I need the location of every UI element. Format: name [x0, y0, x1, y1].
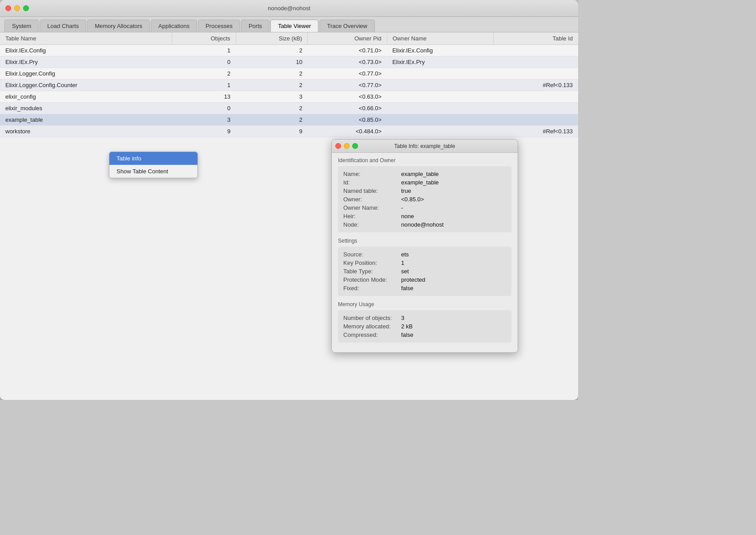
- info-row-value: nonode@nohost: [401, 221, 506, 228]
- main-window: nonode@nohost System Load Charts Memory …: [0, 0, 578, 400]
- info-row-value: true: [401, 188, 506, 194]
- close-button[interactable]: [5, 5, 11, 11]
- info-section-settings: SettingsSource:etsKey Position:1Table Ty…: [338, 238, 511, 296]
- table-row[interactable]: elixir_modules02<0.66.0>: [0, 103, 578, 114]
- table-row[interactable]: Elixir.IEx.Config12<0.71.0>Elixir.IEx.Co…: [0, 45, 578, 56]
- info-section-box-settings: Source:etsKey Position:1Table Type:setPr…: [338, 247, 511, 296]
- tab-table-viewer[interactable]: Table Viewer: [270, 20, 318, 32]
- info-panel-maximize[interactable]: [352, 143, 358, 149]
- table-row[interactable]: workstore99<0.484.0>#Ref<0.133: [0, 126, 578, 137]
- info-row-value: <0.85.0>: [401, 196, 506, 203]
- info-row-label: Source:: [343, 251, 401, 258]
- ets-table: Table Name Objects Size (kB) Owner Pid O…: [0, 32, 578, 137]
- col-header-objects[interactable]: Objects: [172, 32, 236, 45]
- info-panel-close[interactable]: [335, 143, 341, 149]
- info-row-value: 2 kB: [401, 323, 506, 330]
- info-section-box-identification: Name:example_tableId:example_tableNamed …: [338, 166, 511, 232]
- tab-processes[interactable]: Processes: [198, 20, 240, 32]
- info-row-value: protected: [401, 276, 506, 283]
- info-row: Fixed:false: [343, 284, 506, 292]
- maximize-button[interactable]: [23, 5, 29, 11]
- info-row: Name:example_table: [343, 170, 506, 178]
- info-row-value: example_table: [401, 171, 506, 177]
- col-header-name[interactable]: Table Name: [0, 32, 172, 45]
- tab-load-charts[interactable]: Load Charts: [40, 20, 86, 32]
- info-row-value: none: [401, 213, 506, 220]
- info-row-value: false: [401, 285, 506, 291]
- minimize-button[interactable]: [14, 5, 20, 11]
- info-row-value: set: [401, 268, 506, 275]
- info-row-value: 1: [401, 260, 506, 266]
- table-row[interactable]: Elixir.IEx.Pry010<0.73.0>Elixir.IEx.Pry: [0, 56, 578, 68]
- info-row-label: Number of objects:: [343, 315, 401, 321]
- tab-trace-overview[interactable]: Trace Overview: [319, 20, 375, 32]
- info-panel: Table Info: example_table Identification…: [331, 139, 518, 353]
- info-panel-titlebar: Table Info: example_table: [332, 140, 518, 153]
- table-header-row: Table Name Objects Size (kB) Owner Pid O…: [0, 32, 578, 45]
- col-header-owner-pid[interactable]: Owner Pid: [308, 32, 387, 45]
- info-row-label: Id:: [343, 179, 401, 186]
- info-row: Number of objects:3: [343, 314, 506, 322]
- info-section-title-memory: Memory Usage: [338, 301, 511, 307]
- info-row: Table Type:set: [343, 267, 506, 275]
- col-header-size[interactable]: Size (kB): [236, 32, 308, 45]
- titlebar: nonode@nohost: [0, 0, 578, 17]
- info-row: Compressed:false: [343, 331, 506, 339]
- info-row-label: Owner:: [343, 196, 401, 203]
- tab-applications[interactable]: Applications: [151, 20, 197, 32]
- info-row-label: Key Position:: [343, 260, 401, 266]
- info-row-label: Heir:: [343, 213, 401, 220]
- info-row: Id:example_table: [343, 178, 506, 187]
- col-header-table-id[interactable]: Table Id: [493, 32, 578, 45]
- tab-ports[interactable]: Ports: [241, 20, 269, 32]
- info-row: Memory allocated:2 kB: [343, 322, 506, 331]
- tab-bar: System Load Charts Memory Allocators App…: [0, 17, 578, 32]
- info-row-label: Memory allocated:: [343, 323, 401, 330]
- info-row-label: Protection Mode:: [343, 276, 401, 283]
- info-row: Named table:true: [343, 187, 506, 195]
- info-section-title-identification: Identification and Owner: [338, 157, 511, 164]
- context-menu-item-show-content[interactable]: Show Table Content: [109, 165, 197, 178]
- info-panel-traffic-lights: [335, 143, 358, 149]
- info-row: Owner:<0.85.0>: [343, 195, 506, 204]
- table-row[interactable]: example_table32<0.85.0>: [0, 114, 578, 126]
- info-row-label: Table Type:: [343, 268, 401, 275]
- info-row-label: Name:: [343, 171, 401, 177]
- info-row-value: false: [401, 331, 506, 338]
- tab-memory-allocators[interactable]: Memory Allocators: [87, 20, 150, 32]
- info-section-box-memory: Number of objects:3Memory allocated:2 kB…: [338, 310, 511, 343]
- info-row-label: Fixed:: [343, 285, 401, 291]
- table-row[interactable]: elixir_config133<0.63.0>: [0, 91, 578, 103]
- info-row: Owner Name:-: [343, 204, 506, 212]
- info-row-value: -: [401, 204, 506, 211]
- table-row[interactable]: Elixir.Logger.Config22<0.77.0>: [0, 68, 578, 80]
- info-section-memory: Memory UsageNumber of objects:3Memory al…: [338, 301, 511, 343]
- info-row: Key Position:1: [343, 259, 506, 267]
- info-row: Protection Mode:protected: [343, 275, 506, 284]
- info-row-value: example_table: [401, 179, 506, 186]
- info-row-label: Named table:: [343, 188, 401, 194]
- info-panel-minimize[interactable]: [344, 143, 350, 149]
- table-row[interactable]: Elixir.Logger.Config.Counter12<0.77.0>#R…: [0, 80, 578, 91]
- info-panel-body: Identification and OwnerName:example_tab…: [332, 153, 518, 352]
- info-row-label: Node:: [343, 221, 401, 228]
- info-panel-title: Table Info: example_table: [394, 143, 455, 149]
- info-row: Source:ets: [343, 250, 506, 259]
- info-row-label: Owner Name:: [343, 204, 401, 211]
- info-row-label: Compressed:: [343, 331, 401, 338]
- info-row-value: ets: [401, 251, 506, 258]
- info-section-identification: Identification and OwnerName:example_tab…: [338, 157, 511, 232]
- col-header-owner-name[interactable]: Owner Name: [387, 32, 493, 45]
- info-row: Heir:none: [343, 212, 506, 220]
- info-section-title-settings: Settings: [338, 238, 511, 244]
- traffic-lights: [5, 5, 29, 11]
- info-row-value: 3: [401, 315, 506, 321]
- window-title: nonode@nohost: [268, 5, 310, 12]
- main-content: Table Name Objects Size (kB) Owner Pid O…: [0, 32, 578, 400]
- context-menu: Table info Show Table Content: [109, 152, 198, 178]
- tab-system[interactable]: System: [4, 20, 39, 32]
- context-menu-item-table-info[interactable]: Table info: [109, 152, 197, 165]
- info-row: Node:nonode@nohost: [343, 220, 506, 229]
